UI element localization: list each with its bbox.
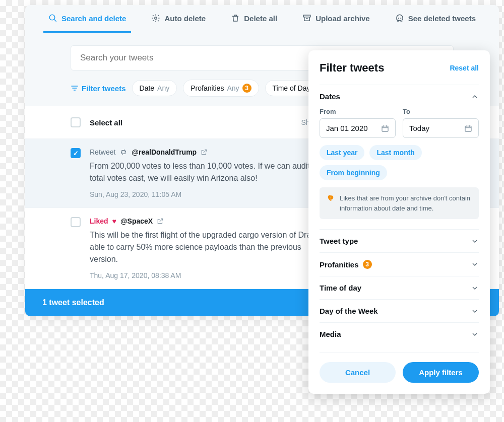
archive-date-notice: Likes that are from your archive don't c… (320, 187, 479, 219)
date-from-value: Jan 01 2020 (326, 124, 368, 132)
reset-all-link[interactable]: Reset all (450, 64, 479, 72)
tab-upload-archive[interactable]: Upload archive (297, 5, 375, 33)
quick-last-year[interactable]: Last year (320, 145, 364, 160)
external-link-icon[interactable] (201, 149, 208, 156)
filter-section-day-of-week: Day of the Week (320, 299, 479, 322)
tab-label: Delete all (244, 14, 277, 23)
section-title: Day of the Week (320, 307, 378, 315)
chevron-down-icon (471, 330, 479, 338)
notice-text: Likes that are from your archive don't c… (340, 193, 472, 213)
select-all-label: Select all (90, 118, 122, 127)
chevron-down-icon (471, 307, 479, 315)
retweet-icon (119, 148, 128, 156)
chip-label: Date (140, 84, 155, 92)
filter-section-profanities: Profanities 3 (320, 252, 479, 276)
profanities-count-badge: 3 (363, 260, 372, 269)
section-title: Tweet type (320, 237, 358, 245)
tab-auto-delete[interactable]: Auto delete (146, 5, 211, 33)
chip-value: Any (157, 84, 169, 92)
tab-search-and-delete[interactable]: Search and delete (43, 5, 131, 33)
chip-date[interactable]: Date Any (132, 80, 177, 96)
filter-section-header[interactable]: Media (320, 323, 479, 345)
filter-section-tweet-type: Tweet type (320, 229, 479, 252)
trash-icon (231, 14, 240, 23)
svg-point-2 (155, 17, 157, 20)
tweet-text: From 200,000 votes to less than 10,000 v… (90, 160, 332, 184)
tab-label: Auto delete (164, 14, 206, 23)
heart-icon: ♥ (112, 217, 116, 225)
tweet-handle: @SpaceX (120, 217, 153, 225)
select-all-checkbox[interactable] (71, 117, 81, 127)
tab-label: See deleted tweets (408, 14, 476, 23)
quick-from-beginning[interactable]: From beginning (320, 165, 387, 180)
filter-link-label: Filter tweets (82, 84, 126, 93)
tab-delete-all[interactable]: Delete all (226, 5, 282, 33)
search-icon (48, 14, 57, 23)
section-title: Time of day (320, 284, 361, 292)
filter-section-header[interactable]: Dates (320, 85, 479, 108)
svg-rect-3 (303, 15, 310, 17)
filter-section-time-of-day: Time of day (320, 276, 479, 299)
date-quick-links: Last year Last month From beginning (320, 145, 479, 180)
date-from-input[interactable]: Jan 01 2020 (320, 118, 396, 138)
filter-section-media: Media (320, 322, 479, 345)
section-title: Media (320, 330, 341, 338)
top-nav: Search and delete Auto delete Delete all… (25, 5, 499, 33)
apply-filters-button[interactable]: Apply filters (403, 362, 479, 383)
chevron-down-icon (471, 237, 479, 245)
svg-point-0 (49, 15, 55, 20)
date-to-input[interactable]: Today (403, 118, 479, 138)
chevron-up-icon (471, 93, 479, 101)
tweet-text: This will be the first flight of the upg… (90, 229, 332, 265)
svg-line-1 (54, 19, 56, 22)
filter-tweets-link[interactable]: Filter tweets (71, 84, 126, 93)
tweet-kind-label: Retweet (90, 148, 115, 156)
chip-label: Time of Day (273, 84, 310, 92)
section-title: Profanities (320, 260, 359, 269)
filter-section-dates: Dates From To Jan 01 2020 Today (320, 85, 479, 229)
filter-section-header[interactable]: Day of the Week (320, 300, 479, 322)
tab-see-deleted[interactable]: See deleted tweets (390, 5, 481, 33)
gear-icon (151, 14, 160, 23)
tweet-checkbox[interactable] (71, 217, 81, 227)
tab-label: Search and delete (61, 14, 126, 23)
calendar-icon (381, 124, 389, 132)
broken-heart-icon (327, 194, 335, 202)
filter-section-header[interactable]: Tweet type (320, 230, 479, 252)
chip-count-badge: 3 (242, 84, 251, 93)
calendar-icon (464, 124, 472, 132)
chip-label: Profanities (191, 84, 224, 92)
tab-label: Upload archive (316, 14, 370, 23)
filter-icon (71, 84, 79, 92)
svg-point-5 (400, 18, 401, 19)
tweet-checkbox[interactable] (71, 148, 81, 158)
chevron-down-icon (471, 260, 479, 268)
skull-icon (395, 14, 404, 23)
from-label: From (320, 108, 396, 115)
filter-panel-header: Filter tweets Reset all (320, 61, 479, 75)
date-to-value: Today (409, 124, 429, 132)
filter-panel-title: Filter tweets (320, 61, 384, 75)
quick-last-month[interactable]: Last month (369, 145, 421, 160)
dates-body: From To Jan 01 2020 Today Last year Last (320, 108, 479, 229)
cancel-button[interactable]: Cancel (320, 362, 396, 383)
tweet-kind-label: Liked (90, 217, 108, 225)
selection-count: 1 tweet selected (42, 298, 104, 307)
chip-profanities[interactable]: Profanities Any 3 (183, 80, 259, 97)
filter-panel-actions: Cancel Apply filters (320, 353, 479, 383)
tweet-handle: @realDonaldTrump (132, 148, 197, 156)
chevron-down-icon (471, 284, 479, 292)
to-label: To (403, 108, 479, 115)
filter-section-header[interactable]: Profanities 3 (320, 253, 479, 276)
svg-rect-7 (465, 126, 471, 131)
filter-panel: Filter tweets Reset all Dates From To Ja… (308, 50, 490, 394)
svg-point-4 (398, 18, 399, 19)
section-title: Dates (320, 92, 340, 101)
filter-section-header[interactable]: Time of day (320, 276, 479, 299)
chip-value: Any (227, 84, 239, 92)
external-link-icon[interactable] (157, 218, 164, 225)
svg-rect-6 (382, 126, 388, 131)
app-window: Search and delete Auto delete Delete all… (25, 5, 499, 316)
archive-icon (302, 14, 311, 23)
